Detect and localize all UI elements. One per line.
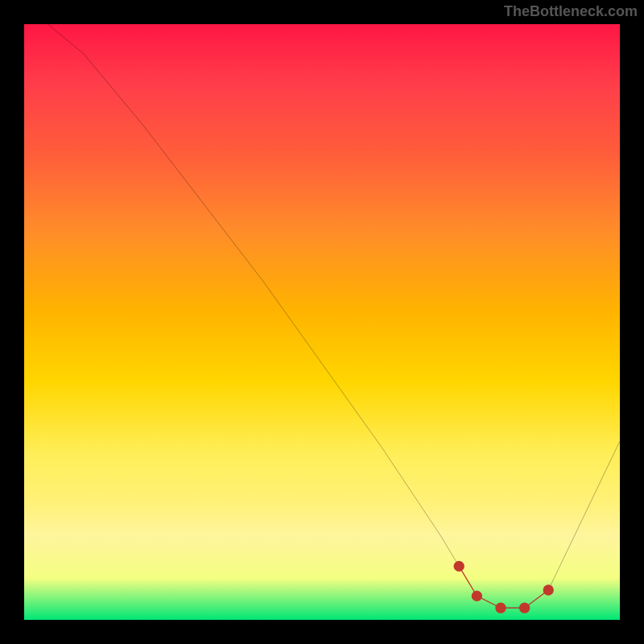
highlight-dot: [495, 603, 506, 613]
sweet-spot-highlight-line: [459, 566, 548, 608]
highlight-dot: [472, 591, 482, 601]
bottleneck-curve-line: [48, 24, 620, 608]
sweet-spot-dots: [454, 561, 554, 613]
highlight-dot: [543, 584, 554, 595]
chart-svg: [24, 24, 620, 620]
highlight-dot: [454, 561, 464, 572]
watermark-text: TheBottleneck.com: [504, 3, 638, 20]
highlight-dot: [519, 603, 530, 613]
chart-plot-area: [24, 24, 620, 620]
